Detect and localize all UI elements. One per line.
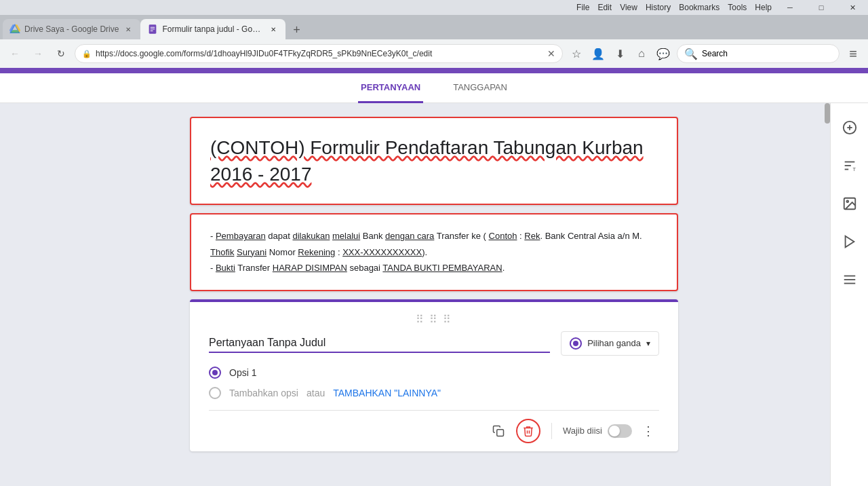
- question-card: ⠿ ⠿ ⠿ Pilihan ganda ▾ Opsi 1 Tambahkan o…: [190, 299, 678, 451]
- home-icon[interactable]: ⌂: [632, 44, 651, 63]
- description-line2: - Bukti Transfer HARAP DISIMPAN sebagai …: [210, 263, 505, 273]
- option1-radio-icon: [209, 367, 221, 379]
- menu-bookmarks[interactable]: Bookmarks: [679, 3, 719, 12]
- copy-button[interactable]: [486, 419, 511, 443]
- url-text: https://docs.google.com/forms/d/1dhoayHl…: [96, 49, 543, 58]
- new-tab-button[interactable]: +: [287, 20, 306, 39]
- question-type-label: Pilihan ganda: [587, 338, 641, 348]
- radio-dot-icon: [570, 337, 582, 350]
- menu-help[interactable]: Help: [755, 3, 772, 12]
- drive-favicon: [9, 24, 20, 35]
- desc-tanda: TANDA BUKTI PEMBAYARAN: [382, 263, 502, 273]
- description-line1: - Pembayaran dapat dilakukan melalui Ban…: [210, 231, 642, 257]
- drag-handle: ⠿ ⠿ ⠿: [209, 313, 659, 326]
- url-bar[interactable]: 🔒 https://docs.google.com/forms/d/1dhoay…: [75, 44, 563, 63]
- option1-radio-inner: [212, 370, 218, 375]
- forward-button[interactable]: →: [28, 44, 47, 63]
- add-other-link[interactable]: TAMBAHKAN "LAINNYA": [333, 388, 441, 398]
- add-option-label[interactable]: Tambahkan opsi: [229, 388, 298, 398]
- svg-text:T: T: [852, 166, 856, 172]
- bookmark-star-icon[interactable]: ☆: [567, 44, 586, 63]
- tab-drive[interactable]: Drive Saya - Google Drive ✕: [3, 19, 140, 39]
- wajib-label: Wajib diisi: [563, 426, 602, 436]
- or-label: atau: [307, 388, 325, 398]
- tab-forms-close[interactable]: ✕: [268, 24, 279, 35]
- tab-drive-title: Drive Saya - Google Drive: [24, 24, 119, 34]
- desc-rekening: Rekening: [298, 247, 335, 257]
- tab-forms[interactable]: Formulir tanpa judul - Google ... ✕: [140, 19, 285, 39]
- toggle-knob: [609, 426, 620, 436]
- add-title-button[interactable]: T: [836, 152, 863, 179]
- desc-bukti: Bukti: [216, 263, 235, 273]
- account-icon[interactable]: 👤: [589, 44, 608, 63]
- menu-edit[interactable]: Edit: [597, 3, 612, 12]
- desc-rek: Rek: [524, 231, 540, 241]
- add-video-button[interactable]: [836, 228, 863, 255]
- menu-icon[interactable]: ≡: [844, 44, 863, 63]
- refresh-button[interactable]: ↻: [52, 44, 71, 63]
- title-bar: File Edit View History Bookmarks Tools H…: [0, 0, 868, 15]
- address-bar: ← → ↻ 🔒 https://docs.google.com/forms/d/…: [0, 39, 868, 68]
- lock-icon: 🔒: [82, 50, 92, 58]
- question-type-dropdown[interactable]: Pilihan ganda ▾: [561, 331, 659, 356]
- add-image-button[interactable]: [836, 190, 863, 217]
- more-options-button[interactable]: ⋮: [637, 420, 659, 442]
- question-footer: Wajib diisi ⋮: [209, 410, 659, 451]
- option1-text: Opsi 1: [229, 367, 256, 378]
- menu-file[interactable]: File: [576, 3, 589, 12]
- form-title[interactable]: (CONTOH) Formulir Pendaftaran Tabungan K…: [210, 134, 658, 187]
- menu-tools[interactable]: Tools: [728, 3, 747, 12]
- maximize-button[interactable]: □: [806, 0, 837, 15]
- main-content: (CONTOH) Formulir Pendaftaran Tabungan K…: [0, 103, 868, 486]
- description-card: - Pembayaran dapat dilakukan melalui Ban…: [190, 213, 678, 291]
- divider: [551, 423, 552, 439]
- radio-dot-inner: [573, 341, 578, 346]
- desc-suryani: Suryani: [237, 247, 267, 257]
- title-card: (CONTOH) Formulir Pendaftaran Tabungan K…: [190, 117, 678, 205]
- svg-marker-18: [845, 236, 854, 248]
- search-input[interactable]: [702, 49, 832, 58]
- dropdown-chevron-icon: ▾: [646, 339, 650, 348]
- question-header: Pilihan ganda ▾: [209, 331, 659, 356]
- url-refresh-icon[interactable]: ✕: [547, 48, 555, 59]
- chrome-frame: File Edit View History Bookmarks Tools H…: [0, 0, 868, 68]
- description-text: - Pembayaran dapat dilakukan melalui Ban…: [210, 228, 658, 276]
- tab-tanggapan[interactable]: TANGGAPAN: [450, 73, 510, 103]
- search-container[interactable]: 🔍: [677, 44, 840, 63]
- tab-bar: Drive Saya - Google Drive ✕ Formulir tan…: [0, 15, 868, 39]
- menu-view[interactable]: View: [620, 3, 637, 12]
- svg-rect-7: [151, 31, 153, 31]
- tab-pertanyaan[interactable]: PERTANYAAN: [358, 73, 423, 103]
- question-input[interactable]: [209, 334, 550, 353]
- chat-icon[interactable]: 💬: [654, 44, 673, 63]
- add-section-button[interactable]: [836, 266, 863, 293]
- desc-harap: HARAP DISIMPAN: [273, 263, 347, 273]
- toolbar-icons: ☆ 👤 ⬇ ⌂ 💬: [567, 44, 673, 63]
- search-icon: 🔍: [684, 48, 698, 60]
- right-sidebar: T: [830, 103, 868, 486]
- desc-contoh: Contoh: [489, 231, 517, 241]
- close-button[interactable]: ✕: [837, 0, 868, 15]
- tab-drive-close[interactable]: ✕: [123, 24, 134, 35]
- add-option-radio-icon: [209, 387, 221, 399]
- window-controls: ─ □ ✕: [774, 0, 868, 15]
- back-button[interactable]: ←: [5, 44, 24, 63]
- forms-purple-bar: [0, 68, 868, 73]
- desc-dengan: dengan cara: [385, 231, 434, 241]
- menu-history[interactable]: History: [646, 3, 671, 12]
- menu-bar: File Edit View History Bookmarks Tools H…: [574, 1, 774, 14]
- desc-number: XXX-XXXXXXXXXX: [342, 247, 422, 257]
- scrollbar-track: [825, 103, 830, 486]
- svg-point-17: [846, 200, 848, 202]
- add-question-button[interactable]: [836, 114, 863, 141]
- forms-tabs: PERTANYAAN TANGGAPAN: [0, 73, 868, 103]
- minimize-button[interactable]: ─: [774, 0, 806, 15]
- desc-pembayaran: Pembayaran: [216, 231, 266, 241]
- wajib-toggle[interactable]: [608, 424, 632, 438]
- delete-button[interactable]: [516, 419, 540, 443]
- download-icon[interactable]: ⬇: [610, 44, 629, 63]
- option-row-1: Opsi 1: [209, 367, 659, 379]
- scrollbar-thumb[interactable]: [825, 103, 830, 124]
- tab-forms-title: Formulir tanpa judul - Google ...: [162, 24, 264, 34]
- desc-thofik: Thofik: [210, 247, 234, 257]
